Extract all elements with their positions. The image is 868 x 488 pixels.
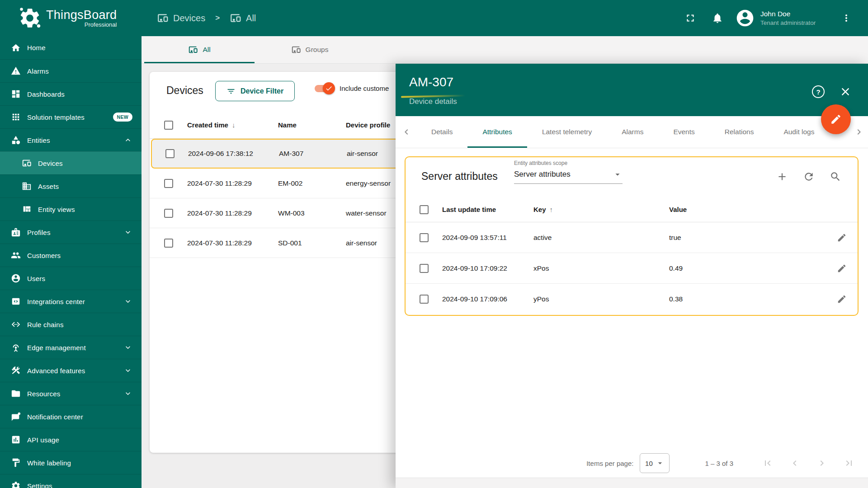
sidebar-item-label: Resources [27, 390, 61, 398]
sidebar-item-edge-management[interactable]: Edge management [0, 336, 142, 359]
entities-icon [11, 135, 21, 145]
breadcrumb-label: All [246, 13, 256, 23]
attribute-row-active[interactable]: 2024-09-09 13:57:11 active true [406, 222, 858, 253]
include-customer-toggle[interactable]: Include custome [315, 84, 389, 92]
first-page-icon[interactable] [762, 458, 773, 469]
cell-name: SD-001 [278, 239, 346, 247]
edit-device-fab[interactable] [821, 104, 851, 134]
cell-created-time: 2024-07-30 11:28:29 [187, 209, 278, 217]
previous-page-icon[interactable] [789, 458, 800, 469]
sidebar-item-assets[interactable]: Assets [0, 174, 142, 197]
edit-attribute-icon[interactable] [837, 263, 847, 273]
row-checkbox[interactable] [420, 233, 429, 242]
sidebar-item-dashboards[interactable]: Dashboards [0, 82, 142, 105]
user-avatar[interactable] [735, 8, 755, 28]
sidebar-item-advanced-features[interactable]: Advanced features [0, 359, 142, 382]
sidebar-item-label: Users [27, 275, 45, 282]
tab-all[interactable]: All [144, 36, 255, 63]
sidebar-item-entity-views[interactable]: Entity views [0, 197, 142, 221]
integrations-icon [11, 296, 21, 306]
tab-relations[interactable]: Relations [710, 116, 769, 148]
entity-attributes-scope-select[interactable]: Entity attributes scope Server attribute… [514, 160, 623, 184]
chevron-down-icon [123, 389, 132, 398]
user-role: Tenant administrator [760, 19, 836, 26]
new-badge: NEW [113, 113, 132, 122]
tab-groups[interactable]: Groups [255, 36, 365, 63]
column-header-key[interactable]: Key↑ [533, 206, 669, 213]
sidebar-item-white-labeling[interactable]: White labeling [0, 451, 142, 474]
sidebar-item-api-usage[interactable]: API usage [0, 428, 142, 451]
tab-alarms[interactable]: Alarms [607, 116, 658, 148]
tab-details[interactable]: Details [416, 116, 467, 148]
alarms-icon [11, 66, 21, 76]
next-page-icon[interactable] [816, 458, 827, 469]
fullscreen-icon[interactable] [684, 12, 696, 24]
sidebar-item-devices[interactable]: Devices [0, 151, 142, 174]
select-all-checkbox[interactable] [420, 205, 429, 214]
solution-templates-icon [11, 112, 21, 122]
tab-audit-logs[interactable]: Audit logs [769, 116, 829, 148]
sidebar-item-settings[interactable]: Settings [0, 474, 142, 488]
panel-subtitle: Device details [409, 97, 457, 106]
panel-title: AM-307 [409, 75, 453, 89]
row-checkbox[interactable] [164, 179, 173, 188]
sidebar-item-label: Devices [38, 160, 63, 167]
sidebar-item-notification-center[interactable]: Notification center [0, 405, 142, 428]
logo[interactable]: ThingsBoard Professional [0, 0, 142, 36]
tab-latest-telemetry[interactable]: Latest telemetry [527, 116, 607, 148]
help-icon[interactable]: ? [812, 85, 825, 98]
toggle-switch[interactable] [315, 85, 334, 92]
sidebar-item-alarms[interactable]: Alarms [0, 59, 142, 82]
sidebar-item-label: Settings [27, 482, 52, 488]
filter-button-label: Device Filter [241, 87, 283, 95]
search-icon[interactable] [830, 171, 841, 183]
edit-attribute-icon[interactable] [837, 233, 847, 243]
tab-events[interactable]: Events [658, 116, 709, 148]
chevron-down-icon [123, 343, 132, 352]
device-filter-button[interactable]: Device Filter [215, 81, 295, 101]
column-header-name[interactable]: Name [278, 121, 346, 129]
pagination-range: 1 – 3 of 3 [705, 460, 733, 467]
tab-attributes[interactable]: Attributes [467, 116, 527, 148]
breadcrumb-devices[interactable]: Devices [157, 12, 205, 24]
sidebar-item-profiles[interactable]: Profiles [0, 221, 142, 244]
sidebar-item-label: Solution templates [27, 113, 85, 121]
chevron-down-icon [123, 297, 132, 306]
attribute-row-ypos[interactable]: 2024-09-10 17:09:06 yPos 0.38 [406, 284, 858, 314]
tab-scroll-right-icon[interactable] [854, 127, 864, 137]
panel-bottom-strip [396, 478, 868, 488]
row-checkbox[interactable] [420, 264, 429, 273]
edit-attribute-icon[interactable] [837, 294, 847, 304]
items-per-page-select[interactable]: 10 [640, 453, 670, 473]
sidebar-item-entities[interactable]: Entities [0, 128, 142, 151]
refresh-icon[interactable] [803, 171, 815, 183]
row-checkbox[interactable] [165, 149, 175, 158]
more-vert-icon[interactable] [841, 13, 852, 23]
sidebar-item-integrations-center[interactable]: Integrations center [0, 290, 142, 313]
row-checkbox[interactable] [164, 209, 173, 218]
add-attribute-icon[interactable] [776, 171, 788, 183]
sidebar-item-users[interactable]: Users [0, 267, 142, 290]
breadcrumb-all[interactable]: All [230, 12, 256, 24]
user-menu[interactable]: John Doe Tenant administrator [760, 10, 836, 26]
column-header-last-update-time[interactable]: Last update time [442, 206, 533, 213]
row-checkbox[interactable] [420, 295, 429, 304]
sidebar-item-customers[interactable]: Customers [0, 244, 142, 267]
app-name: ThingsBoard [46, 8, 117, 22]
column-header-value[interactable]: Value [669, 206, 826, 213]
sidebar-item-resources[interactable]: Resources [0, 382, 142, 405]
row-checkbox[interactable] [164, 239, 173, 248]
column-header-created-time[interactable]: Created time↓ [187, 121, 278, 129]
attribute-row-xpos[interactable]: 2024-09-10 17:09:22 xPos 0.49 [406, 253, 858, 284]
sidebar-item-solution-templates[interactable]: Solution templates NEW [0, 105, 142, 128]
last-page-icon[interactable] [844, 458, 854, 469]
sidebar-item-home[interactable]: Home [0, 36, 142, 59]
api-usage-icon [11, 435, 21, 445]
notifications-bell-icon[interactable] [712, 12, 723, 24]
select-all-checkbox[interactable] [164, 121, 173, 130]
close-icon[interactable] [839, 85, 852, 98]
sort-asc-icon: ↑ [550, 206, 553, 213]
tab-scroll-left-icon[interactable] [401, 127, 412, 137]
sidebar-item-label: Customers [27, 252, 61, 259]
sidebar-item-rule-chains[interactable]: Rule chains [0, 313, 142, 336]
